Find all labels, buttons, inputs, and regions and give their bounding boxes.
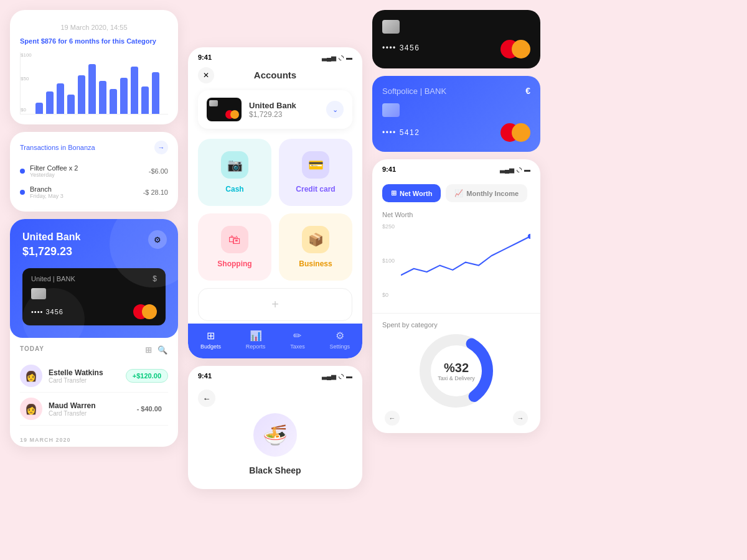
tab-net-worth[interactable]: ⊞ Net Worth <box>382 184 441 202</box>
next-category-button[interactable]: → <box>513 411 528 426</box>
left-column: 19 March 2020, 14:55 Spent $876 for 6 mo… <box>10 10 178 447</box>
transactions-header: Transactions in Bonanza → <box>20 141 168 154</box>
back-button[interactable]: ← <box>198 390 215 407</box>
filter-icon[interactable]: ⊞ <box>145 345 153 355</box>
mastercard-blue-card <box>500 123 530 142</box>
dropdown-button[interactable]: ⌄ <box>326 101 344 118</box>
shopping-icon: 🛍 <box>221 226 248 253</box>
wifi-icon: ◟◝ <box>339 54 344 61</box>
bank-account-row[interactable]: United Bank $1,729.23 ⌄ <box>198 90 352 129</box>
tile-shopping-label: Shopping <box>217 259 251 268</box>
trans-dot <box>20 169 25 174</box>
softpolice-name: Softpolice | BANK <box>382 86 446 96</box>
today-trans-1: 👩 Maud Warren Card Transfer - $40.00 <box>20 393 168 426</box>
softpolice-bank: | BANK <box>418 86 446 96</box>
tab-monthly-income[interactable]: 📈 Monthly Income <box>446 184 527 202</box>
chart-subtitle-post: for 6 months for this Category <box>56 37 156 45</box>
transactions-arrow-btn[interactable]: → <box>154 141 168 154</box>
nav-reports[interactable]: 📊 Reports <box>246 330 266 350</box>
euro-icon: € <box>525 86 530 96</box>
reports-label: Reports <box>246 343 266 350</box>
bank-card-section: United Bank $1,729.23 ⚙ United | BANK $ … <box>10 219 178 447</box>
trans-name-1: Branch <box>30 185 138 193</box>
signal-icon: ▃▄▅ <box>322 54 336 61</box>
food-icon: 🍜 <box>253 413 297 457</box>
accounts-header: ✕ Accounts <box>188 65 362 85</box>
blue-card-number: •••• 5412 <box>382 128 420 137</box>
transactions-title: Transactions in Bonanza <box>20 144 95 151</box>
mastercard-small <box>225 110 239 119</box>
bar <box>131 67 138 114</box>
cash-icon: 📷 <box>221 151 248 179</box>
chart-subtitle-pre: Spent <box>20 37 41 45</box>
today-label-text: TODAY <box>20 345 44 355</box>
net-worth-chart: $250 $100 $0 <box>382 223 530 298</box>
credit-icon: 💳 <box>302 151 329 179</box>
settings-label: Settings <box>330 343 350 350</box>
bank-info-name: United Bank <box>249 101 319 110</box>
trans-amount-badge-1: - $40.00 <box>131 403 168 415</box>
card-brand-suffix: | BANK <box>53 275 75 282</box>
budgets-icon: ⊞ <box>207 330 215 342</box>
trans-amount-1: -$ 28.10 <box>143 189 168 196</box>
credit-card-mini: United | BANK $ •••• 3456 <box>22 268 166 325</box>
trans-name-0: Filter Coffee x 2 <box>30 164 144 172</box>
nav-budgets[interactable]: ⊞ Budgets <box>200 330 221 350</box>
trans-date-1: Friday, May 3 <box>30 193 138 199</box>
nw-y-0: $0 <box>382 292 401 298</box>
donut-percent: %32 <box>438 361 475 375</box>
bar <box>88 64 96 114</box>
date-section: 19 MARCH 2020 <box>10 433 178 447</box>
trans-item-0: Filter Coffee x 2 Yesterday -$6.00 <box>20 161 168 182</box>
trans-dot-1 <box>20 190 25 195</box>
reports-icon: 📊 <box>250 330 262 342</box>
bar <box>120 78 128 114</box>
close-button[interactable]: ✕ <box>198 67 214 83</box>
bank-card-thumbnail <box>207 98 242 121</box>
nav-taxes[interactable]: ✏ Taxes <box>290 330 305 350</box>
bottom-status-time: 9:41 <box>198 372 212 380</box>
net-worth-svg <box>401 223 530 288</box>
bar <box>46 91 54 114</box>
bar-chart: $100 $50 $0 <box>20 52 168 114</box>
bar <box>57 83 64 114</box>
y-label-mid: $50 <box>21 76 29 82</box>
tile-business[interactable]: 📦 Business <box>279 213 352 281</box>
dark-credit-card: •••• 3456 <box>372 10 540 68</box>
chart-card: 19 March 2020, 14:55 Spent $876 for 6 mo… <box>10 10 178 124</box>
y-label-top: $100 <box>21 52 32 58</box>
tile-business-label: Business <box>299 259 332 268</box>
gear-button[interactable]: ⚙ <box>148 230 167 249</box>
today-trans-0: 👩 Estelle Watkins Card Transfer +$120.00 <box>20 360 168 393</box>
chart-amount: $876 <box>41 37 56 45</box>
chip-blue-card <box>382 103 400 117</box>
nav-arrows: ← → <box>382 411 530 426</box>
trans-amount-badge-0: +$120.00 <box>126 369 168 383</box>
donut-section: Spent by category %32 Taxi & Delivery ← … <box>372 313 540 433</box>
tile-shopping[interactable]: 🛍 Shopping <box>198 213 271 281</box>
bottom-status-bar: 9:41 ▃▄▅ ◟◝ ▬ <box>188 366 362 383</box>
trans-row-type-0: Card Transfer <box>49 377 120 384</box>
taxes-label: Taxes <box>290 343 305 350</box>
net-worth-section-label: Net Worth <box>382 211 530 218</box>
accounts-title: Accounts <box>254 70 296 80</box>
bar <box>99 81 106 114</box>
add-account-button[interactable]: + <box>198 288 352 321</box>
bottom-phone-card: 9:41 ▃▄▅ ◟◝ ▬ ← 🍜 Black Sheep <box>188 366 362 489</box>
tile-cash[interactable]: 📷 Cash <box>198 139 271 206</box>
business-icon: 📦 <box>302 226 329 253</box>
avatar-0: 👩 <box>20 365 42 387</box>
chip-icon <box>31 288 46 299</box>
tile-credit[interactable]: 💳 Credit card <box>279 139 352 206</box>
mastercard-logo <box>133 304 157 319</box>
tab-row: ⊞ Net Worth 📈 Monthly Income <box>382 184 530 202</box>
nw-y-250: $250 <box>382 223 401 230</box>
taxes-icon: ✏ <box>293 330 301 342</box>
accounts-phone: 9:41 ▃▄▅ ◟◝ ▬ ✕ Accounts United Bank $1,… <box>188 47 362 358</box>
prev-category-button[interactable]: ← <box>385 411 400 426</box>
search-icon[interactable]: 🔍 <box>157 345 168 355</box>
chart-subtitle: Spent $876 for 6 months for this Categor… <box>20 37 168 45</box>
trans-row-type-1: Card Transfer <box>49 410 125 417</box>
nav-settings[interactable]: ⚙ Settings <box>330 330 350 350</box>
blue-credit-card: Softpolice | BANK € •••• 5412 <box>372 76 540 152</box>
